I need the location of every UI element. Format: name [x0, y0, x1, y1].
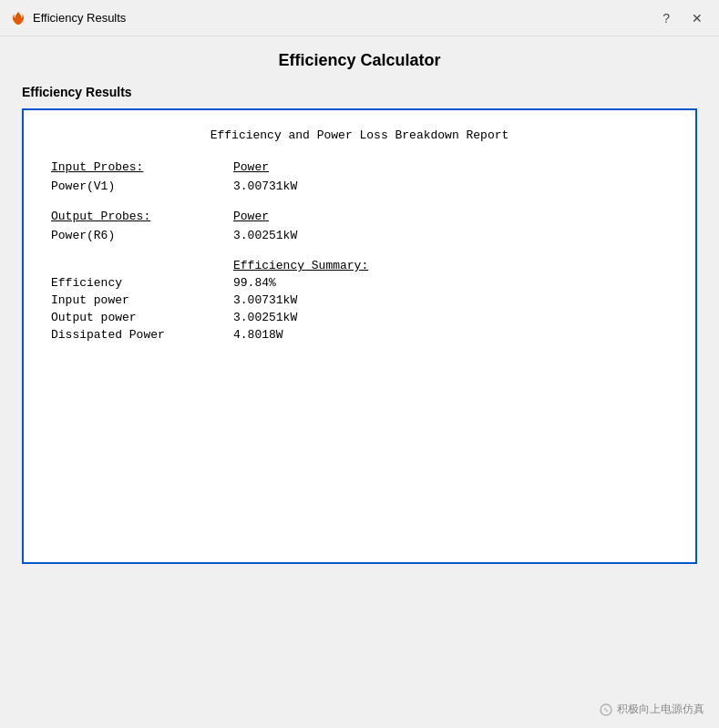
title-bar: Efficiency Results ? ✕ — [0, 0, 719, 36]
output-probes-label: Output Probes: — [51, 210, 233, 223]
title-bar-controls: ? ✕ — [657, 9, 708, 27]
output-header-row: Output Probes: Power — [51, 210, 668, 223]
input-power-header: Power — [233, 160, 269, 174]
efficiency-label: Efficiency — [51, 276, 233, 290]
input-header-row: Input Probes: Power — [51, 160, 668, 174]
watermark: 积极向上电源仿真 — [599, 702, 704, 717]
output-probe-name: Power(R6) — [51, 229, 233, 242]
watermark-icon — [599, 702, 613, 717]
watermark-text: 积极向上电源仿真 — [617, 702, 704, 717]
dissipated-power-row: Dissipated Power 4.8018W — [51, 328, 668, 342]
efficiency-value: 99.84% — [233, 276, 276, 290]
report-box: Efficiency and Power Loss Breakdown Repo… — [22, 108, 697, 564]
output-power-header: Power — [233, 210, 269, 223]
summary-header-row: Efficiency Summary: — [51, 259, 668, 272]
app-icon — [11, 11, 26, 26]
help-button[interactable]: ? — [657, 9, 675, 27]
dissipated-power-value: 4.8018W — [233, 328, 283, 342]
input-power-label: Input power — [51, 293, 233, 307]
input-probe-value: 3.00731kW — [233, 179, 297, 193]
report-title: Efficiency and Power Loss Breakdown Repo… — [51, 128, 668, 142]
output-power-row: Output power 3.00251kW — [51, 311, 668, 324]
efficiency-summary-label: Efficiency Summary: — [233, 259, 368, 272]
input-power-value: 3.00731kW — [233, 293, 297, 307]
input-power-row: Input power 3.00731kW — [51, 293, 668, 307]
title-bar-left: Efficiency Results — [11, 11, 126, 26]
main-content: Efficiency Calculator Efficiency Results… — [0, 36, 719, 579]
input-probes-label: Input Probes: — [51, 160, 233, 174]
input-probes-section: Input Probes: Power Power(V1) 3.00731kW — [51, 160, 668, 193]
output-power-value: 3.00251kW — [233, 311, 297, 324]
input-probe-name: Power(V1) — [51, 179, 233, 193]
spacer-label — [51, 259, 233, 272]
output-data-row: Power(R6) 3.00251kW — [51, 229, 668, 242]
output-probe-value: 3.00251kW — [233, 229, 297, 242]
close-button[interactable]: ✕ — [686, 9, 708, 27]
output-probes-section: Output Probes: Power Power(R6) 3.00251kW — [51, 210, 668, 242]
efficiency-row: Efficiency 99.84% — [51, 276, 668, 290]
efficiency-summary-section: Efficiency Summary: Efficiency 99.84% In… — [51, 259, 668, 342]
output-power-label: Output power — [51, 311, 233, 324]
input-data-row: Power(V1) 3.00731kW — [51, 179, 668, 193]
section-title: Efficiency Results — [22, 85, 697, 99]
title-bar-title: Efficiency Results — [33, 11, 126, 25]
dissipated-power-label: Dissipated Power — [51, 328, 233, 342]
page-title: Efficiency Calculator — [22, 51, 697, 70]
